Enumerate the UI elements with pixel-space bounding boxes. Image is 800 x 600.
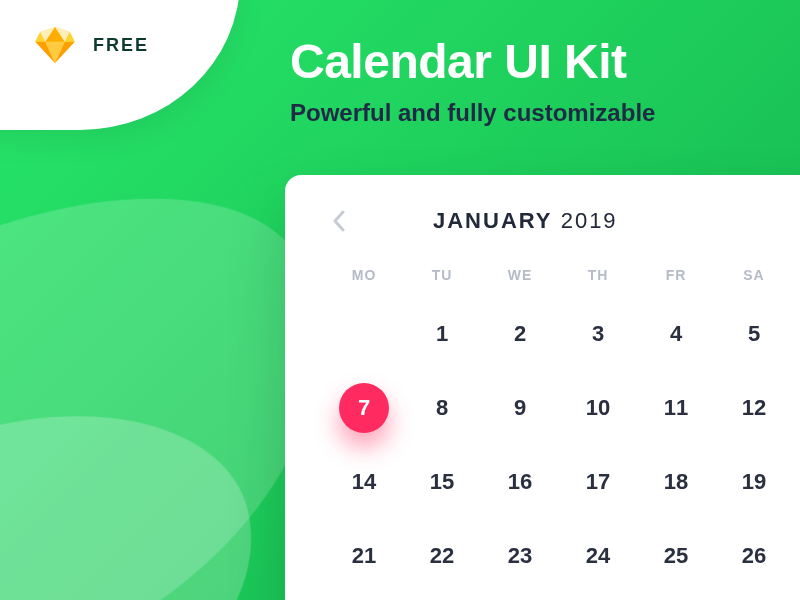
calendar-week-row: 21 22 23 24 25 26 [325, 533, 800, 579]
calendar-day[interactable]: 8 [403, 385, 481, 431]
weekday-header: TU [403, 267, 481, 283]
calendar-day[interactable]: 5 [715, 311, 793, 357]
chevron-left-icon [332, 210, 346, 232]
calendar-day[interactable]: 14 [325, 459, 403, 505]
year-value: 2019 [561, 208, 618, 233]
calendar-day[interactable]: 22 [403, 533, 481, 579]
calendar-day[interactable]: 26 [715, 533, 793, 579]
month-year-label: JANUARY 2019 [433, 208, 618, 234]
calendar-day [325, 311, 403, 357]
calendar-day[interactable]: 9 [481, 385, 559, 431]
page-title: Calendar UI Kit [290, 34, 655, 89]
calendar-day[interactable]: 12 [715, 385, 793, 431]
calendar-day[interactable]: 18 [637, 459, 715, 505]
calendar-day[interactable]: 24 [559, 533, 637, 579]
prev-month-button[interactable] [325, 207, 353, 235]
calendar-day[interactable]: 15 [403, 459, 481, 505]
calendar-day[interactable]: 10 [559, 385, 637, 431]
weekday-header: FR [637, 267, 715, 283]
calendar-week-row: 14 15 16 17 18 19 [325, 459, 800, 505]
weekday-header: MO [325, 267, 403, 283]
calendar-day[interactable]: 21 [325, 533, 403, 579]
calendar-day[interactable]: 16 [481, 459, 559, 505]
calendar-day[interactable]: 19 [715, 459, 793, 505]
calendar-day[interactable]: 17 [559, 459, 637, 505]
calendar-day[interactable]: 23 [481, 533, 559, 579]
calendar-day[interactable]: 2 [481, 311, 559, 357]
promo-canvas: FREE Calendar UI Kit Powerful and fully … [0, 0, 800, 600]
free-badge: FREE [0, 0, 240, 130]
free-label: FREE [93, 35, 149, 56]
sketch-diamond-icon [35, 27, 75, 63]
calendar-day[interactable]: 1 [403, 311, 481, 357]
weekday-header: WE [481, 267, 559, 283]
calendar-day[interactable]: 11 [637, 385, 715, 431]
calendar-day[interactable]: 25 [637, 533, 715, 579]
page-subtitle: Powerful and fully customizable [290, 99, 655, 127]
month-name: JANUARY [433, 208, 553, 233]
calendar-card: JANUARY 2019 MO TU WE TH FR SA 1 2 3 4 5… [285, 175, 800, 600]
calendar-header: JANUARY 2019 [325, 207, 800, 235]
weekday-header: SA [715, 267, 793, 283]
weekday-header-row: MO TU WE TH FR SA [325, 267, 800, 283]
calendar-day[interactable]: 4 [637, 311, 715, 357]
calendar-week-row: 7 8 9 10 11 12 [325, 385, 800, 431]
calendar-day-selected[interactable]: 7 [325, 385, 403, 431]
headline: Calendar UI Kit Powerful and fully custo… [290, 34, 655, 127]
weekday-header: TH [559, 267, 637, 283]
calendar-day[interactable]: 3 [559, 311, 637, 357]
calendar-week-row: 1 2 3 4 5 [325, 311, 800, 357]
